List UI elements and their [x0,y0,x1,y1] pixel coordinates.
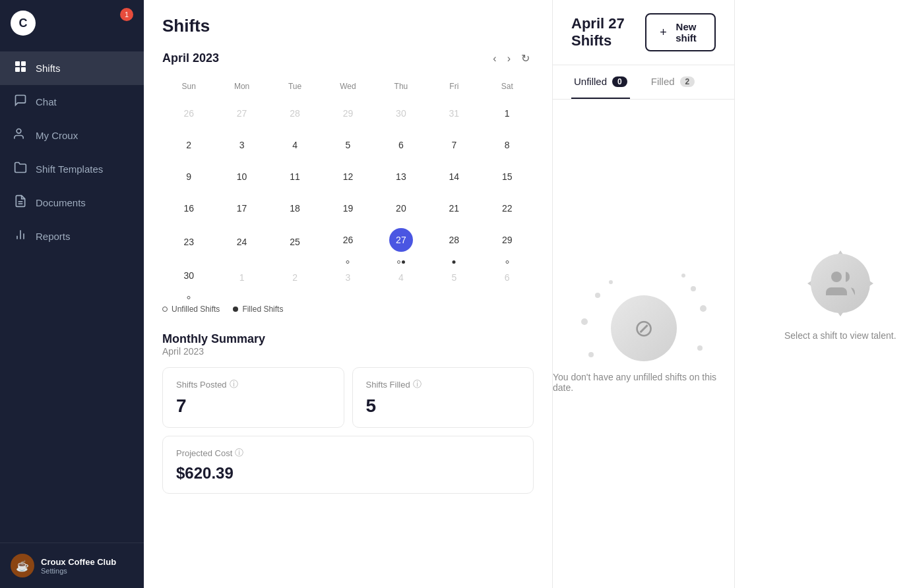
day-cell[interactable]: 6 [495,266,519,289]
talent-message: Select a shift to view talent. [784,330,896,341]
day-cell[interactable]: 13 [389,165,413,189]
new-shift-button[interactable]: + New shift [645,13,716,51]
day-cell[interactable]: 26 [177,102,201,125]
day-cell[interactable]: 2 [283,266,307,289]
calendar-cell: 27 [375,224,427,260]
day-cell[interactable]: 21 [442,196,466,220]
day-cell[interactable]: 6 [389,133,413,157]
day-cell[interactable]: 16 [177,196,201,220]
day-cell[interactable]: 19 [336,196,360,220]
day-cell[interactable]: 31 [442,102,466,125]
day-cell[interactable]: 23 [177,230,201,254]
calendar-cell: 27 [215,98,268,129]
reports-icon [13,228,28,245]
day-cell[interactable]: 27 [389,228,413,252]
filled-dot [233,307,238,312]
org-settings[interactable]: ☕ Croux Coffee Club Settings [0,543,144,588]
monthly-summary: Monthly Summary April 2023 Shifts Posted… [162,332,534,494]
svg-point-17 [697,345,703,351]
projected-cost-info-icon[interactable]: ⓘ [235,447,243,459]
day-cell[interactable]: 12 [336,165,360,189]
calendar-cell: 6 [375,129,427,161]
day-cell[interactable]: 26 [336,228,360,252]
day-cell[interactable]: 30 [177,264,201,287]
day-cell[interactable]: 2 [177,133,201,157]
svg-rect-3 [21,67,26,72]
day-cell[interactable]: 10 [230,165,254,189]
day-cell[interactable]: 5 [442,266,466,289]
sidebar-item-my-croux[interactable]: My Croux [0,119,144,152]
day-cell[interactable]: 4 [283,133,307,157]
calendar-cell: 9 [162,161,215,192]
summary-subtitle: April 2023 [162,346,534,357]
day-cell[interactable]: 14 [442,165,466,189]
legend-unfilled: Unfilled Shifts [162,305,220,314]
projected-cost-label: Projected Cost ⓘ [176,447,520,459]
day-cell[interactable]: 3 [336,266,360,289]
sidebar-item-my-croux-label: My Croux [36,130,78,141]
day-cell[interactable]: 24 [230,230,254,254]
day-cell[interactable]: 8 [495,133,519,157]
calendar-cell: 18 [268,192,321,224]
unfilled-dot [162,307,168,312]
refresh-button[interactable]: ↻ [517,49,534,67]
day-cell[interactable]: 25 [283,230,307,254]
shift-header: April 27 Shifts + New shift [553,0,734,65]
day-cell[interactable]: 30 [389,102,413,125]
sidebar-item-shifts[interactable]: Shifts [0,51,144,85]
calendar-week-0: 2627282930311 [162,98,534,129]
sidebar-item-shift-templates[interactable]: Shift Templates [0,152,144,186]
sidebar-item-documents[interactable]: Documents [0,186,144,220]
sidebar-item-reports[interactable]: Reports [0,220,144,253]
sidebar: C 1 Shifts Chat [0,0,144,588]
shift-date-title: April 27 Shifts [571,15,645,49]
day-cell[interactable]: 1 [230,266,254,289]
calendar-cell: 14 [427,161,480,192]
day-cell[interactable]: 7 [442,133,466,157]
calendar-cell: 11 [268,161,321,192]
day-cell[interactable]: 22 [495,196,519,220]
day-cell[interactable]: 18 [283,196,307,220]
day-cell[interactable]: 28 [283,102,307,125]
prev-month-button[interactable]: ‹ [489,49,500,67]
calendar-cell: 26 [321,224,374,260]
talent-panel: Select a shift to view talent. [734,0,911,588]
day-cell[interactable]: 28 [442,228,466,252]
dow-sat: Sat [481,78,534,98]
tab-unfilled-badge: 0 [612,76,627,87]
calendar-cell: 28 [268,98,321,129]
notification-badge[interactable]: 1 [120,8,133,21]
day-cell[interactable]: 20 [389,196,413,220]
day-cell[interactable]: 1 [495,102,519,125]
shifts-posted-info-icon[interactable]: ⓘ [230,378,238,390]
svg-point-12 [609,280,613,284]
next-month-button[interactable]: › [503,49,515,67]
svg-point-14 [691,286,696,291]
legend-unfilled-label: Unfilled Shifts [172,305,220,314]
day-cell[interactable]: 3 [230,133,254,157]
day-cell[interactable]: 11 [283,165,307,189]
day-cell[interactable]: 29 [495,228,519,252]
day-cell[interactable]: 9 [177,165,201,189]
shifts-icon [13,60,28,76]
sidebar-nav: Shifts Chat My Croux [0,46,144,543]
day-cell[interactable]: 27 [230,102,254,125]
calendar-cell: 29 [481,224,534,260]
calendar-cell: 30 [162,260,215,295]
calendar-cell: 5 [427,260,480,295]
tab-filled[interactable]: Filled 2 [648,65,698,99]
calendar-cell: 4 [375,260,427,295]
day-cell[interactable]: 17 [230,196,254,220]
day-cell[interactable]: 15 [495,165,519,189]
day-cell[interactable]: 4 [389,266,413,289]
sidebar-item-chat[interactable]: Chat [0,85,144,119]
tab-unfilled[interactable]: Unfilled 0 [571,65,630,99]
day-cell[interactable]: 29 [336,102,360,125]
calendar-cell: 13 [375,161,427,192]
calendar-cell: 1 [481,98,534,129]
shifts-filled-info-icon[interactable]: ⓘ [413,378,422,390]
calendar-cell: 29 [321,98,374,129]
day-cell[interactable]: 5 [336,133,360,157]
shift-templates-icon [13,161,28,177]
plus-icon: + [660,26,667,40]
